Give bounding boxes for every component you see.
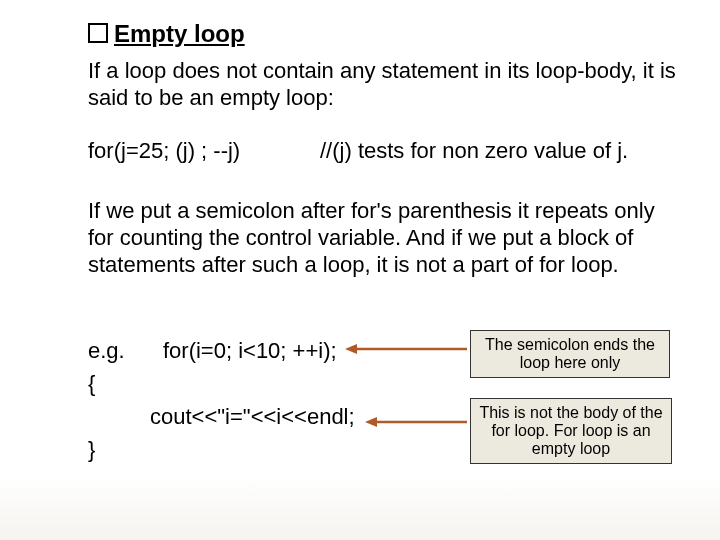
checkbox-icon [88, 23, 108, 43]
slide-title: Empty loop [114, 20, 245, 47]
example-line: e.g. for(i=0; i<10; ++i); [88, 334, 355, 367]
brace-open: { [88, 367, 355, 400]
para-explain: If we put a semicolon after for's parent… [88, 198, 680, 278]
note-semicolon: The semicolon ends the loop here only [470, 330, 670, 378]
for-statement: for(i=0; i<10; ++i); [163, 338, 337, 363]
cout-statement: cout<<"i="<<i<<endl; [150, 404, 355, 429]
arrow-icon [345, 342, 467, 356]
eg-label: e.g. [88, 338, 125, 363]
title-row: Empty loop [88, 20, 245, 48]
note-not-body: This is not the body of the for loop. Fo… [470, 398, 672, 464]
slide: Empty loop If a loop does not contain an… [0, 0, 720, 540]
svg-marker-3 [365, 417, 377, 427]
brace-close: } [88, 433, 355, 466]
cout-line: cout<<"i="<<i<<endl; [88, 400, 355, 433]
svg-marker-1 [345, 344, 357, 354]
arrow-icon [365, 415, 467, 429]
for-line-comment: //(j) tests for non zero value of j. [320, 138, 680, 165]
para-intro: If a loop does not contain any statement… [88, 58, 680, 112]
example-block: e.g. for(i=0; i<10; ++i); { cout<<"i="<<… [88, 334, 355, 466]
